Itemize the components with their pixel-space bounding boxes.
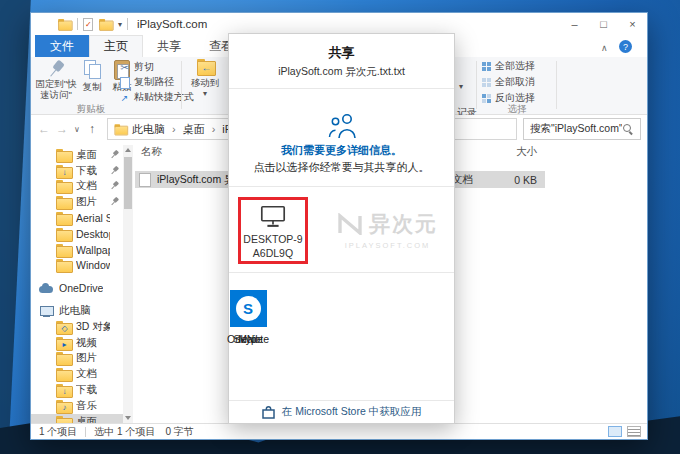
documents-folder-icon: [56, 368, 71, 380]
sidebar-item[interactable]: OneDrive: [31, 280, 123, 296]
sidebar-item-label: 桌面: [76, 148, 97, 162]
sidebar-item[interactable]: 文档: [31, 179, 123, 195]
move-to-button[interactable]: 移动到 ▾: [184, 59, 226, 99]
maximize-button[interactable]: □: [589, 13, 618, 35]
sidebar-item[interactable]: 下载: [31, 163, 123, 179]
ribbon-small-button[interactable]: 复制路径: [119, 75, 194, 89]
folder-icon: [56, 212, 71, 224]
tab-file[interactable]: 文件: [35, 35, 89, 57]
sidebar-item[interactable]: Windows: [31, 258, 123, 274]
selection-count: 选中 1 个项目: [94, 425, 155, 439]
name-column-header[interactable]: 名称: [141, 145, 162, 159]
divider: [127, 18, 128, 30]
file-size: 0 KB: [493, 174, 537, 186]
close-button[interactable]: ×: [618, 13, 647, 35]
ribbon-small-button[interactable]: 粘贴快捷方式: [119, 90, 194, 104]
ribbon-tab[interactable]: 主页: [89, 35, 143, 57]
sidebar-item-label: 文档: [76, 367, 97, 381]
scroll-up-icon[interactable]: [125, 148, 131, 152]
skype-icon: [230, 290, 267, 327]
ribbon-select-button[interactable]: 全部选择: [482, 59, 535, 73]
divider: [229, 400, 454, 401]
help-icon[interactable]: ?: [619, 40, 632, 53]
need-info-text: 我们需要更多详细信息。: [229, 143, 454, 158]
window-controls: – □ ×: [560, 13, 647, 35]
properties-check-icon[interactable]: [83, 18, 93, 31]
minimize-button[interactable]: –: [560, 13, 589, 35]
sidebar-item[interactable]: 视频: [31, 335, 123, 351]
ribbon-small-button-label: 剪切: [134, 60, 154, 74]
sidebar-item[interactable]: 桌面: [31, 414, 123, 423]
sidebar-item-label: 视频: [76, 336, 97, 350]
ribbon-tab[interactable]: 共享: [143, 35, 195, 57]
3d-objects-folder-icon: [56, 321, 71, 333]
desktop-folder-icon: [56, 149, 71, 161]
collapse-ribbon-icon[interactable]: ∧: [601, 43, 608, 53]
sidebar-scrollbar[interactable]: [123, 145, 133, 423]
sidebar-item[interactable]: Wallpaper: [31, 242, 123, 258]
sidebar-item[interactable]: 音乐: [31, 398, 123, 414]
location-folder-icon: [115, 124, 127, 134]
scroll-down-icon[interactable]: [125, 416, 131, 420]
search-input[interactable]: 搜索"iPlaySoft.com": [523, 118, 641, 140]
sidebar-item[interactable]: 桌面: [31, 147, 123, 163]
chevron-down-icon: ▾: [203, 89, 207, 100]
search-icon[interactable]: [622, 123, 634, 135]
computer-monitor-icon[interactable]: [259, 205, 287, 229]
watermark-text: 异次元: [369, 210, 438, 238]
breadcrumb-item-label: 桌面: [183, 122, 205, 137]
breadcrumb-item[interactable]: 桌面: [165, 122, 205, 137]
divider: [85, 427, 86, 437]
move-to-icon: [194, 59, 216, 76]
details-view-button[interactable]: [608, 426, 622, 437]
device-name-line1[interactable]: DESKTOP-9: [243, 232, 302, 246]
up-button[interactable]: ↑: [83, 122, 101, 136]
copy-path-icon: [119, 77, 130, 88]
sidebar-item[interactable]: 图片: [31, 351, 123, 367]
ribbon-select-button[interactable]: 全部取消: [482, 75, 535, 89]
thumbnails-view-button[interactable]: [627, 426, 641, 437]
store-link-label: 在 Microsoft Store 中获取应用: [282, 405, 421, 419]
sidebar-item-label: Desktop: [76, 228, 110, 240]
share-app-label: Skype: [233, 333, 262, 345]
breadcrumb-item[interactable]: 此电脑: [132, 122, 165, 137]
sidebar-item-label: Aerial Screen Saver: [76, 212, 110, 224]
clipboard-small-buttons: 剪切 复制路径 粘贴快捷方式: [119, 60, 194, 104]
desktop: ▾ iPlaySoft.com – □ × 文件 主页共享查看 固定到"快 速访…: [0, 0, 680, 454]
sidebar-item[interactable]: 下载: [31, 382, 123, 398]
this-pc-icon: [39, 305, 54, 317]
share-app[interactable]: Skype: [229, 290, 267, 345]
sidebar-item[interactable]: 此电脑: [31, 303, 123, 319]
new-folder-icon[interactable]: [99, 19, 112, 29]
copy-label: 复制: [83, 82, 102, 93]
sidebar-item-label: 图片: [76, 195, 97, 209]
sidebar-item[interactable]: 文档: [31, 366, 123, 382]
recent-locations-icon[interactable]: ∨: [71, 125, 83, 134]
share-hint-text[interactable]: 点击以选择你经常要与其共享的人。: [229, 160, 454, 175]
sidebar-item[interactable]: Aerial Screen Saver: [31, 210, 123, 226]
titlebar: ▾ iPlaySoft.com – □ ×: [31, 13, 647, 35]
device-name-line2[interactable]: A6DL9Q: [243, 246, 302, 260]
pin-label-line2: 速访问": [40, 90, 72, 101]
pin-to-quick-access-button[interactable]: 固定到"快 速访问": [35, 59, 77, 100]
folder-icon[interactable]: [58, 19, 71, 29]
ribbon-small-button[interactable]: 剪切: [119, 60, 194, 74]
sidebar-item[interactable]: 3D 对象: [31, 319, 123, 335]
pin-icon: [108, 180, 121, 193]
scrollbar-thumb[interactable]: [124, 157, 132, 209]
items-count: 1 个项目: [39, 425, 77, 439]
back-button[interactable]: ←: [35, 122, 53, 136]
pin-icon: [108, 148, 121, 161]
share-dialog-filename: iPlaySoft.com 异次元.txt.txt: [229, 65, 454, 79]
sidebar-item[interactable]: Desktop: [31, 226, 123, 242]
forward-button[interactable]: →: [53, 122, 71, 136]
sidebar-item[interactable]: 图片: [31, 194, 123, 210]
desktop-folder-icon: [56, 416, 71, 423]
qat-dropdown-icon[interactable]: ▾: [118, 20, 122, 29]
sidebar-item-label: 文档: [76, 179, 97, 193]
copy-button[interactable]: 复制: [77, 59, 107, 93]
size-column-header[interactable]: 大小: [493, 145, 537, 159]
history-dropdown-icon[interactable]: ▾: [459, 82, 463, 91]
store-link[interactable]: 在 Microsoft Store 中获取应用: [229, 405, 454, 419]
divider: [229, 272, 454, 273]
